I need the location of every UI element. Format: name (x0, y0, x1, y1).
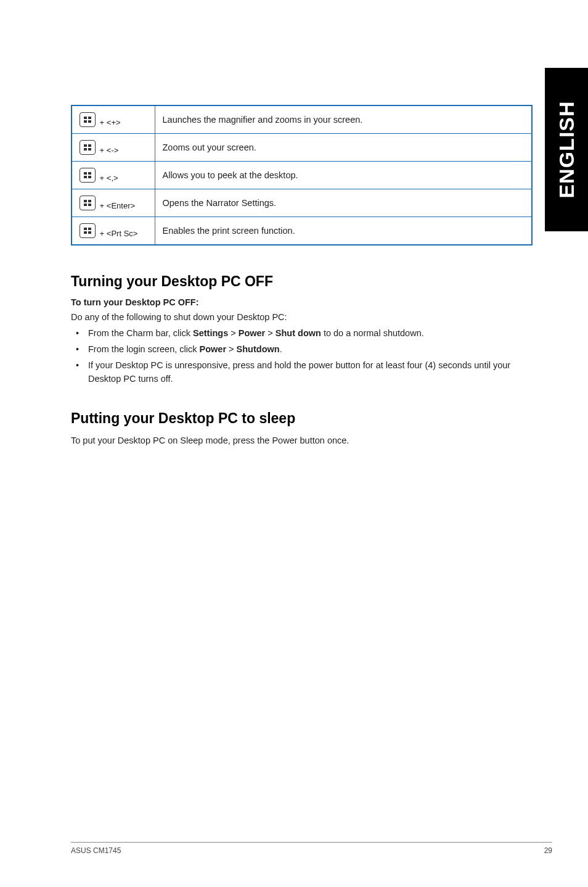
shortcut-key-cell: + <-> (71, 134, 155, 162)
page-content: + <+> Launches the magnifier and zooms i… (0, 0, 588, 447)
shortcut-description: Allows you to peek at the desktop. (155, 162, 532, 189)
key-suffix: + <Enter> (97, 201, 135, 210)
section-heading: Putting your Desktop PC to sleep (71, 410, 533, 427)
bullet-text: . (280, 344, 282, 354)
section-subheading: To turn your Desktop PC OFF: (71, 297, 533, 307)
table-row: + <+> Launches the magnifier and zooms i… (71, 105, 532, 134)
windows-key-icon (80, 140, 96, 155)
bullet-text: > (228, 328, 239, 338)
footer-right: 29 (544, 846, 552, 855)
shortcut-key-cell: + <Enter> (71, 189, 155, 217)
key-suffix: + <,> (97, 173, 118, 183)
bullet-text: > (226, 344, 237, 354)
bullet-text: From the Charm bar, click (88, 328, 193, 338)
section-body: To put your Desktop PC on Sleep mode, pr… (71, 434, 533, 447)
table-row: + <,> Allows you to peek at the desktop. (71, 162, 532, 189)
windows-key-icon (80, 223, 96, 238)
table-row: + <-> Zooms out your screen. (71, 134, 532, 162)
bullet-list: From the Charm bar, click Settings > Pow… (71, 327, 533, 386)
language-tab-text: ENGLISH (555, 101, 579, 198)
page-footer: ASUS CM1745 29 (71, 842, 552, 855)
windows-key-icon (80, 196, 96, 210)
key-suffix: + <+> (97, 118, 121, 127)
bullet-bold: Shut down (276, 328, 321, 338)
section-intro: Do any of the following to shut down you… (71, 311, 533, 323)
key-suffix: + <Prt Sc> (97, 229, 137, 238)
footer-left: ASUS CM1745 (71, 846, 121, 855)
section-sleep: Putting your Desktop PC to sleep To put … (71, 410, 533, 447)
bullet-bold: Power (239, 328, 266, 338)
shortcut-description: Opens the Narrator Settings. (155, 189, 532, 217)
key-suffix: + <-> (97, 146, 118, 155)
windows-key-icon (80, 112, 96, 127)
bullet-bold: Power (200, 344, 227, 354)
shortcut-table: + <+> Launches the magnifier and zooms i… (71, 105, 533, 245)
bullet-bold: Settings (193, 328, 228, 338)
bullet-text: to do a normal shutdown. (321, 328, 424, 338)
table-row: + <Prt Sc> Enables the print screen func… (71, 217, 532, 245)
windows-key-icon (80, 168, 96, 183)
bullet-text: > (265, 328, 276, 338)
list-item: From the Charm bar, click Settings > Pow… (71, 327, 533, 340)
language-tab: ENGLISH (545, 68, 588, 231)
bullet-text: From the login screen, click (88, 344, 200, 354)
bullet-bold: Shutdown (237, 344, 280, 354)
shortcut-key-cell: + <Prt Sc> (71, 217, 155, 245)
list-item: If your Desktop PC is unresponsive, pres… (71, 359, 533, 386)
bullet-text: If your Desktop PC is unresponsive, pres… (88, 360, 510, 384)
shortcut-description: Launches the magnifier and zooms in your… (155, 105, 532, 134)
table-row: + <Enter> Opens the Narrator Settings. (71, 189, 532, 217)
list-item: From the login screen, click Power > Shu… (71, 343, 533, 357)
shortcut-key-cell: + <+> (71, 105, 155, 134)
shortcut-description: Zooms out your screen. (155, 134, 532, 162)
shortcut-description: Enables the print screen function. (155, 217, 532, 245)
section-heading: Turning your Desktop PC OFF (71, 273, 533, 290)
shortcut-key-cell: + <,> (71, 162, 155, 189)
